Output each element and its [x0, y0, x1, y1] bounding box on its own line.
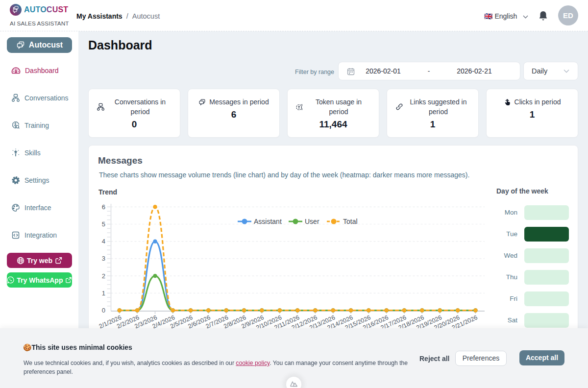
svg-text:Total: Total: [343, 218, 358, 225]
svg-text:5: 5: [102, 220, 105, 228]
svg-text:2: 2: [102, 272, 105, 280]
svg-text:User: User: [305, 218, 319, 225]
svg-text:4: 4: [102, 238, 105, 245]
svg-text:6: 6: [102, 203, 105, 211]
svg-text:Assistant: Assistant: [254, 218, 282, 225]
svg-text:1: 1: [102, 290, 105, 297]
svg-text:0: 0: [102, 307, 105, 314]
svg-text:3: 3: [102, 255, 105, 262]
